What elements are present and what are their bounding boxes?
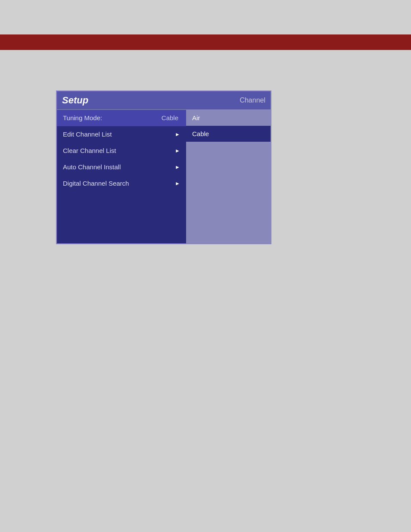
menu-title: Setup [62, 95, 88, 106]
menu-right-panel: Air Cable [186, 110, 271, 243]
edit-channel-list-arrow-icon: ► [175, 131, 180, 137]
top-bar [0, 34, 411, 50]
clear-channel-list-label: Clear Channel List [63, 147, 116, 154]
auto-channel-install-arrow-icon: ► [175, 164, 180, 170]
digital-channel-search-arrow-icon: ► [175, 180, 180, 187]
menu-item-auto-channel-install[interactable]: Auto Channel Install ► [57, 159, 186, 175]
tuning-mode-value: Cable [162, 114, 178, 121]
edit-channel-list-label: Edit Channel List [63, 131, 112, 138]
menu-item-digital-channel-search[interactable]: Digital Channel Search ► [57, 175, 186, 192]
submenu-item-cable[interactable]: Cable [186, 126, 271, 142]
auto-channel-install-label: Auto Channel Install [63, 163, 121, 171]
menu-body: Tuning Mode: Cable Edit Channel List ► C… [57, 110, 271, 243]
menu-item-tuning-mode[interactable]: Tuning Mode: Cable [57, 110, 186, 126]
menu-spacer [57, 192, 186, 243]
tuning-mode-label: Tuning Mode: [63, 114, 102, 121]
submenu-item-air[interactable]: Air [186, 110, 271, 126]
menu-header: Setup Channel [57, 91, 271, 110]
clear-channel-list-arrow-icon: ► [175, 148, 180, 154]
menu-left-panel: Tuning Mode: Cable Edit Channel List ► C… [57, 110, 186, 243]
menu-item-clear-channel-list[interactable]: Clear Channel List ► [57, 143, 186, 159]
menu-container: Setup Channel Tuning Mode: Cable Edit Ch… [56, 90, 271, 244]
menu-item-edit-channel-list[interactable]: Edit Channel List ► [57, 126, 186, 143]
digital-channel-search-label: Digital Channel Search [63, 180, 129, 187]
menu-subtitle: Channel [240, 96, 265, 104]
